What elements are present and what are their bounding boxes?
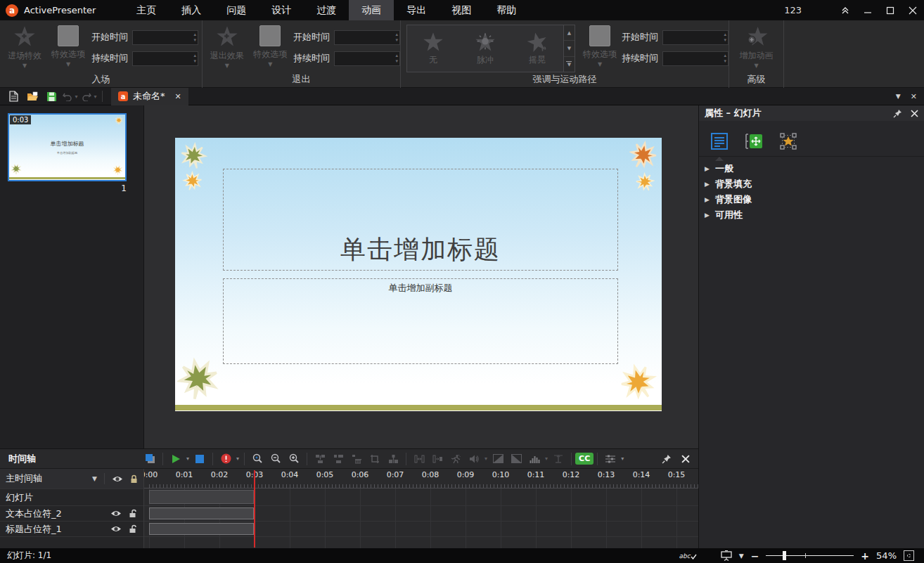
menu-insert[interactable]: 插入 bbox=[169, 0, 214, 20]
menu-export[interactable]: 导出 bbox=[394, 0, 439, 20]
zoom-out-button[interactable]: − bbox=[751, 550, 759, 562]
chevron-down-icon[interactable]: ▾ bbox=[94, 93, 96, 100]
chevron-down-icon[interactable]: ▾ bbox=[545, 455, 548, 462]
spell-check-icon[interactable]: abc bbox=[679, 552, 697, 559]
pin-icon[interactable] bbox=[662, 454, 672, 464]
spinner-arrows-icon[interactable]: ▴▾ bbox=[193, 53, 196, 64]
move-time-icon[interactable] bbox=[428, 451, 447, 467]
save-button[interactable] bbox=[42, 88, 61, 105]
zoom-slider[interactable] bbox=[766, 551, 854, 560]
minimize-button[interactable] bbox=[856, 0, 879, 20]
panel-close-icon[interactable] bbox=[681, 455, 690, 463]
open-document-button[interactable] bbox=[23, 88, 42, 105]
track-row-text-placeholder[interactable]: 文本占位符_2 bbox=[0, 506, 143, 522]
tab-size-properties[interactable] bbox=[743, 131, 764, 152]
slide-canvas[interactable]: 单击增加标题 单击增加副标题 bbox=[144, 105, 698, 448]
maximize-button[interactable] bbox=[879, 0, 901, 20]
gallery-item-teeter[interactable]: 摇晃 bbox=[511, 25, 563, 72]
slide-thumbnail[interactable]: 0:03 单击增加标题 单击增加副标题 bbox=[8, 113, 127, 181]
new-document-button[interactable] bbox=[4, 88, 23, 105]
split-icon[interactable] bbox=[384, 451, 402, 467]
track-row-slide[interactable]: 幻灯片 bbox=[0, 489, 143, 506]
master-timeline-row[interactable]: 主时间轴 ▼ bbox=[0, 469, 143, 489]
document-tab[interactable]: a 未命名* ✕ bbox=[111, 88, 188, 105]
gallery-expand-icon[interactable]: ▼ bbox=[564, 57, 575, 72]
tab-list-chevron-icon[interactable]: ▼ bbox=[896, 93, 901, 100]
all-slides-icon[interactable] bbox=[141, 451, 159, 467]
gallery-scroll-down-icon[interactable]: ▼ bbox=[564, 41, 575, 56]
chevron-down-icon[interactable]: ▼ bbox=[92, 475, 97, 482]
playhead[interactable] bbox=[254, 470, 255, 548]
title-placeholder[interactable]: 单击增加标题 bbox=[223, 169, 618, 271]
slide[interactable]: 单击增加标题 单击增加副标题 bbox=[175, 138, 662, 411]
title-placeholder-timebar[interactable] bbox=[149, 523, 254, 535]
spinner-arrows-icon[interactable]: ▴▾ bbox=[395, 32, 398, 43]
emphasis-start-time-input[interactable]: ▴▾ bbox=[662, 30, 729, 45]
menu-transitions[interactable]: 过渡 bbox=[304, 0, 349, 20]
audio-icon[interactable] bbox=[465, 451, 483, 467]
crop-icon[interactable] bbox=[366, 451, 384, 467]
tabbar-close-icon[interactable]: ✕ bbox=[911, 92, 917, 101]
timeline-ruler[interactable]: 0:00 0:01 0:02 0:03 0:04 0:05 0:06 0:07 … bbox=[144, 469, 698, 488]
visibility-eye-icon[interactable] bbox=[112, 475, 123, 483]
entrance-start-time-input[interactable]: ▴▾ bbox=[132, 30, 198, 45]
subtitle-placeholder[interactable]: 单击增加副标题 bbox=[223, 278, 618, 364]
zoom-slider-thumb[interactable] bbox=[783, 551, 786, 560]
menu-view[interactable]: 视图 bbox=[439, 0, 484, 20]
visibility-eye-icon[interactable] bbox=[110, 510, 122, 517]
gallery-scroll-up-icon[interactable]: ▲ bbox=[564, 25, 575, 41]
section-general[interactable]: ▶ 一般 bbox=[699, 161, 924, 176]
entrance-duration-input[interactable]: ▴▾ bbox=[132, 51, 198, 66]
tab-animations[interactable] bbox=[778, 131, 799, 152]
title-placeholder-track[interactable] bbox=[144, 522, 698, 537]
text-placeholder-timebar[interactable] bbox=[149, 507, 254, 519]
slide-track[interactable] bbox=[144, 488, 698, 506]
fade-in-icon[interactable] bbox=[489, 451, 507, 467]
chevron-down-icon[interactable]: ▼ bbox=[739, 552, 744, 559]
tab-close-icon[interactable]: ✕ bbox=[175, 92, 181, 101]
zoom-fit-icon[interactable] bbox=[248, 451, 267, 467]
delete-time-icon[interactable] bbox=[347, 451, 366, 467]
gallery-item-none[interactable]: 无 bbox=[407, 25, 459, 72]
section-background-fill[interactable]: ▶ 背景填充 bbox=[699, 176, 924, 192]
timeline-tracks-area[interactable]: 0:00 0:01 0:02 0:03 0:04 0:05 0:06 0:07 … bbox=[144, 469, 698, 548]
section-background-image[interactable]: ▶ 背景图像 bbox=[699, 192, 924, 207]
zoom-out-icon[interactable] bbox=[267, 451, 285, 467]
redo-button[interactable]: ▾ bbox=[80, 88, 99, 105]
panel-close-icon[interactable] bbox=[911, 110, 918, 117]
unlock-icon[interactable] bbox=[129, 524, 138, 533]
record-narration-button[interactable] bbox=[217, 451, 235, 467]
normalize-audio-icon[interactable] bbox=[549, 451, 567, 467]
pin-icon[interactable] bbox=[893, 109, 902, 118]
volume-icon[interactable] bbox=[525, 451, 544, 467]
play-button[interactable] bbox=[167, 451, 185, 467]
zoom-in-button[interactable]: + bbox=[861, 550, 869, 562]
visibility-eye-icon[interactable] bbox=[110, 525, 122, 533]
lock-icon[interactable] bbox=[130, 474, 138, 484]
stretch-time-icon[interactable] bbox=[410, 451, 428, 467]
spinner-arrows-icon[interactable]: ▴▾ bbox=[395, 53, 398, 64]
timeline-display-options-icon[interactable] bbox=[601, 451, 620, 467]
chevron-down-icon[interactable]: ▾ bbox=[236, 455, 239, 462]
closed-captions-button[interactable]: CC bbox=[575, 453, 593, 465]
collapse-ribbon-icon[interactable] bbox=[834, 0, 856, 20]
insert-time-icon[interactable] bbox=[311, 451, 329, 467]
track-row-title-placeholder[interactable]: 标题占位符_1 bbox=[0, 522, 143, 537]
emphasis-duration-input[interactable]: ▴▾ bbox=[662, 51, 729, 66]
text-placeholder-track[interactable] bbox=[144, 506, 698, 522]
tab-slide-properties[interactable] bbox=[709, 131, 730, 152]
section-accessibility[interactable]: ▶ 可用性 bbox=[699, 207, 924, 223]
zoom-in-icon[interactable] bbox=[285, 451, 303, 467]
menu-design[interactable]: 设计 bbox=[259, 0, 304, 20]
unlock-icon[interactable] bbox=[129, 509, 138, 518]
override-time-icon[interactable] bbox=[329, 451, 347, 467]
stop-button[interactable] bbox=[191, 451, 209, 467]
fit-to-window-icon[interactable] bbox=[904, 550, 914, 561]
spinner-arrows-icon[interactable]: ▴▾ bbox=[724, 32, 726, 43]
gallery-item-pulse[interactable]: 脉冲 bbox=[459, 25, 511, 72]
slide-timebar[interactable] bbox=[149, 490, 254, 504]
chevron-down-icon[interactable]: ▾ bbox=[186, 455, 189, 462]
run-animation-icon[interactable] bbox=[447, 451, 465, 467]
presentation-view-icon[interactable] bbox=[721, 550, 732, 561]
menu-questions[interactable]: 问题 bbox=[214, 0, 259, 20]
